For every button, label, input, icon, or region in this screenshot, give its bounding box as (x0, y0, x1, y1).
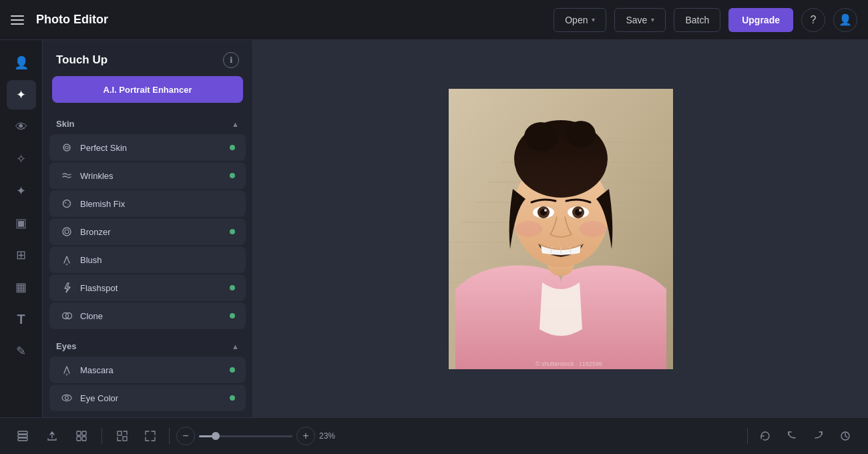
account-icon-button[interactable]: 👤 (833, 8, 857, 32)
sidebar-item-portrait[interactable]: 👤 (7, 48, 36, 77)
sidebar-item-magic[interactable]: ✧ (7, 144, 36, 174)
history-button[interactable] (833, 424, 857, 448)
tool-item-bronzer[interactable]: Bronzer (49, 218, 246, 245)
sidebar-item-frame[interactable]: ▣ (7, 208, 36, 238)
skin-section-header[interactable]: Skin ▲ (43, 112, 252, 133)
perfect-skin-icon (60, 141, 73, 154)
eye-color-icon (60, 391, 73, 405)
upgrade-button[interactable]: Upgrade (728, 8, 793, 32)
skin-section-title: Skin (56, 119, 74, 129)
portrait-image: © shutterstock · 1182596 (449, 89, 673, 369)
panel-header: Touch Up ℹ (43, 40, 252, 76)
open-chevron-icon: ▾ (592, 16, 595, 23)
zoom-minus-button[interactable]: − (176, 427, 195, 445)
grid-icon-button[interactable] (69, 424, 93, 448)
tool-item-eye-color[interactable]: Eye Color (49, 385, 246, 411)
svg-rect-49 (77, 437, 81, 441)
svg-point-3 (67, 204, 69, 205)
ai-portrait-enhancer-button[interactable]: A.I. Portrait Enhancer (52, 76, 243, 103)
sidebar-item-draw[interactable]: ✎ (7, 336, 36, 366)
bottombar: − + 23% (0, 417, 868, 454)
info-icon[interactable]: ℹ (223, 52, 239, 68)
svg-point-6 (66, 264, 68, 266)
separator-3 (747, 428, 748, 444)
panel-title: Touch Up (56, 53, 107, 67)
blemish-fix-icon (60, 197, 73, 210)
tool-item-blush[interactable]: Blush (49, 246, 246, 273)
layers-icon-button[interactable] (11, 424, 35, 448)
svg-point-4 (63, 228, 71, 236)
clone-icon (60, 309, 73, 322)
photo-container: © shutterstock · 1182596 (449, 89, 673, 369)
zoom-label: 23% (319, 431, 343, 441)
mascara-label: Mascara (80, 365, 114, 375)
eyes-section-chevron-icon: ▲ (232, 343, 239, 351)
zoom-plus-button[interactable]: + (296, 427, 315, 445)
wrinkles-dot (230, 173, 235, 178)
flashspot-label: Flashspot (80, 283, 118, 293)
flashspot-icon (60, 281, 73, 294)
svg-point-5 (65, 230, 69, 234)
fit-button[interactable] (138, 424, 162, 448)
open-button[interactable]: Open ▾ (554, 8, 606, 32)
zoom-slider[interactable] (199, 435, 292, 437)
icon-bar: 👤 ✦ 👁 ✧ ✦ ▣ ⊞ ▦ T ✎ (0, 40, 43, 417)
tool-item-clone[interactable]: Clone (49, 302, 246, 329)
tool-item-mascara[interactable]: Mascara (49, 357, 246, 383)
svg-rect-47 (77, 431, 81, 435)
tool-item-flashspot[interactable]: Flashspot (49, 274, 246, 301)
svg-rect-51 (118, 431, 122, 435)
eyes-section-header[interactable]: Eyes ▲ (43, 334, 252, 355)
undo-button[interactable] (780, 424, 804, 448)
skin-section-chevron-icon: ▲ (232, 120, 239, 128)
batch-button[interactable]: Batch (674, 8, 720, 32)
sidebar-item-adjust[interactable]: ✦ (7, 80, 36, 109)
blush-icon (60, 253, 73, 266)
topbar: Photo Editor Open ▾ Save ▾ Batch Upgrade… (0, 0, 868, 40)
menu-icon[interactable] (11, 15, 24, 25)
mascara-dot (230, 367, 235, 373)
save-chevron-icon: ▾ (651, 16, 654, 23)
zoom-thumb (212, 432, 220, 440)
svg-point-29 (566, 121, 596, 148)
redo-button[interactable] (807, 424, 831, 448)
bottom-right-controls (744, 424, 857, 448)
svg-rect-50 (82, 437, 86, 441)
bronzer-dot (230, 229, 235, 234)
save-button[interactable]: Save ▾ (614, 8, 666, 32)
sidebar-item-text[interactable]: T (7, 304, 36, 334)
tool-item-blemish-fix[interactable]: Blemish Fix (49, 190, 246, 217)
sidebar-item-fx[interactable]: ✦ (7, 176, 36, 206)
svg-rect-45 (18, 435, 27, 437)
fit-screen-button[interactable] (110, 424, 134, 448)
help-icon-button[interactable]: ? (801, 8, 825, 32)
svg-rect-44 (18, 431, 27, 434)
svg-point-37 (579, 209, 582, 212)
svg-point-2 (65, 202, 67, 204)
svg-point-28 (524, 122, 558, 152)
svg-point-33 (544, 209, 547, 212)
perfect-skin-label: Perfect Skin (80, 143, 127, 153)
blemish-fix-dot (230, 201, 235, 206)
separator-1 (101, 428, 102, 444)
svg-rect-48 (82, 431, 86, 435)
canvas-area[interactable]: © shutterstock · 1182596 (253, 40, 868, 417)
wrinkles-icon (60, 169, 73, 182)
sidebar-item-objects[interactable]: ⊞ (7, 240, 36, 270)
sidebar-item-texture[interactable]: ▦ (7, 272, 36, 302)
blemish-fix-label: Blemish Fix (80, 199, 125, 209)
perfect-skin-dot (230, 145, 235, 150)
svg-point-1 (63, 200, 71, 208)
tool-item-wrinkles[interactable]: Wrinkles (49, 162, 246, 189)
sidebar-item-eye[interactable]: 👁 (7, 112, 36, 142)
tool-item-perfect-skin[interactable]: Perfect Skin (49, 134, 246, 161)
app-title: Photo Editor (36, 13, 108, 27)
reset-icon-button[interactable] (753, 424, 777, 448)
blush-label: Blush (80, 255, 102, 265)
separator-2 (169, 428, 170, 444)
main-area: 👤 ✦ 👁 ✧ ✦ ▣ ⊞ ▦ T ✎ Touch Up ℹ A.I. Port… (0, 40, 868, 417)
export-icon-button[interactable] (40, 424, 64, 448)
eye-color-dot (230, 395, 235, 401)
zoom-controls: − + 23% (110, 424, 343, 448)
panel-scroll[interactable]: Skin ▲ Perfect Skin (43, 112, 252, 417)
